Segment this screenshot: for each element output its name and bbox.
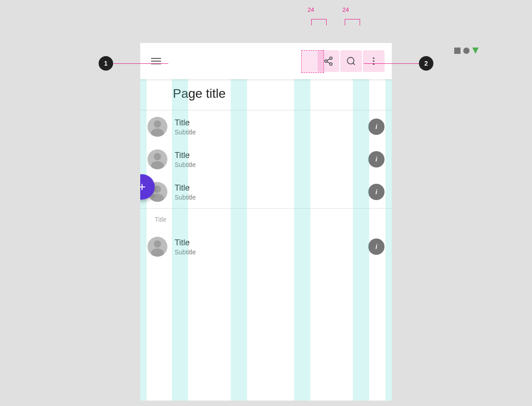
annotation-2: 2 <box>419 56 433 71</box>
list-item-title: Title <box>175 118 368 128</box>
list-item-text: Title Subtitle <box>175 183 368 201</box>
measurement-left-label: 24 <box>308 6 314 13</box>
measurement-bracket-left <box>311 19 327 25</box>
list-item-title: Title <box>175 151 368 160</box>
annotation-1: 1 <box>99 56 113 71</box>
list-item[interactable]: Title Subtitle i <box>140 143 392 176</box>
measurement-right-label: 24 <box>342 6 349 13</box>
svg-point-0 <box>330 57 332 59</box>
svg-point-7 <box>373 57 375 59</box>
annotation-line-right <box>364 63 419 64</box>
search-button[interactable] <box>340 50 362 72</box>
svg-point-10 <box>154 120 161 128</box>
info-button[interactable]: i <box>368 184 385 200</box>
menu-button[interactable] <box>147 54 165 68</box>
list-item[interactable]: Title Subtitle i <box>140 230 392 263</box>
svg-point-14 <box>154 186 161 193</box>
svg-point-2 <box>330 63 332 66</box>
list-item-title: Title <box>175 238 368 248</box>
list-item-subtitle: Subtitle <box>175 248 368 256</box>
list-item-text: Title Subtitle <box>175 151 368 168</box>
list-item[interactable]: Title Subtitle i <box>140 110 392 143</box>
svg-line-6 <box>353 63 355 65</box>
avatar <box>147 237 167 257</box>
info-button[interactable]: i <box>368 119 385 135</box>
page-title-section: Page title <box>140 79 392 110</box>
svg-line-3 <box>327 62 330 63</box>
svg-point-17 <box>151 248 164 257</box>
list-item[interactable]: Title Subtitle i <box>140 176 392 208</box>
svg-point-5 <box>347 57 354 64</box>
avatar <box>147 149 167 169</box>
svg-point-16 <box>154 240 161 248</box>
list-content: Title Subtitle i Title Subtitle i <box>140 110 392 263</box>
share-highlight <box>301 50 324 73</box>
subheader-label: Title <box>147 212 174 227</box>
list-item-subtitle: Subtitle <box>175 194 368 201</box>
info-button[interactable]: i <box>368 239 385 255</box>
info-button[interactable]: i <box>368 151 385 167</box>
measurement-bracket-right <box>345 19 360 25</box>
list-item-text: Title Subtitle <box>175 118 368 136</box>
app-bar <box>140 43 392 79</box>
svg-point-15 <box>151 194 164 202</box>
list-item-subtitle: Subtitle <box>175 129 368 136</box>
svg-point-8 <box>373 60 375 62</box>
svg-point-13 <box>151 161 164 169</box>
avatar <box>147 117 167 137</box>
square-icon <box>454 48 461 54</box>
svg-line-4 <box>327 59 330 61</box>
svg-point-11 <box>151 129 164 137</box>
list-item-subtitle: Subtitle <box>175 161 368 168</box>
page-title: Page title <box>173 86 385 101</box>
triangle-icon <box>472 48 479 54</box>
annotation-line-left <box>113 63 168 64</box>
svg-point-1 <box>325 60 328 62</box>
app-container: Page title + Title Subtitle i <box>140 43 392 401</box>
circle-icon <box>463 48 470 54</box>
list-item-text: Title Subtitle <box>175 238 368 256</box>
app-bar-actions <box>318 50 385 72</box>
more-button[interactable] <box>363 50 385 72</box>
list-subheader: Title <box>140 208 392 230</box>
svg-point-12 <box>154 153 161 160</box>
top-icons-area <box>454 48 479 54</box>
list-item-title: Title <box>175 183 368 193</box>
